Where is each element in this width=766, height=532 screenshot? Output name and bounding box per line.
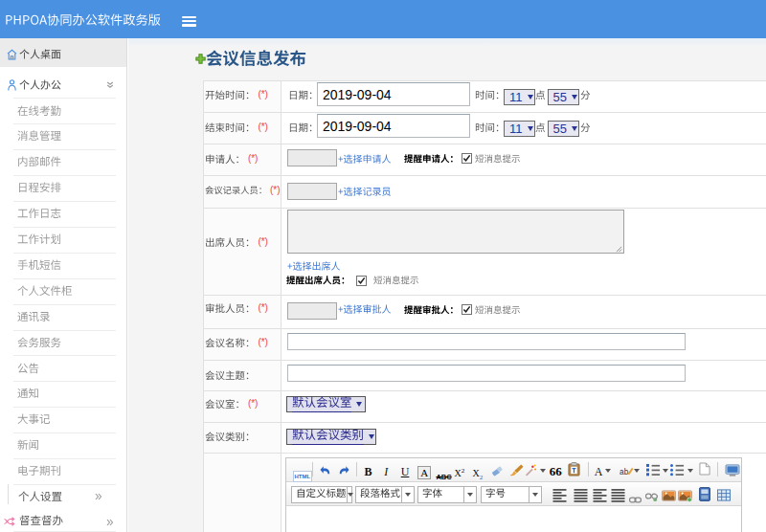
svg-text:ab: ab	[620, 467, 629, 477]
